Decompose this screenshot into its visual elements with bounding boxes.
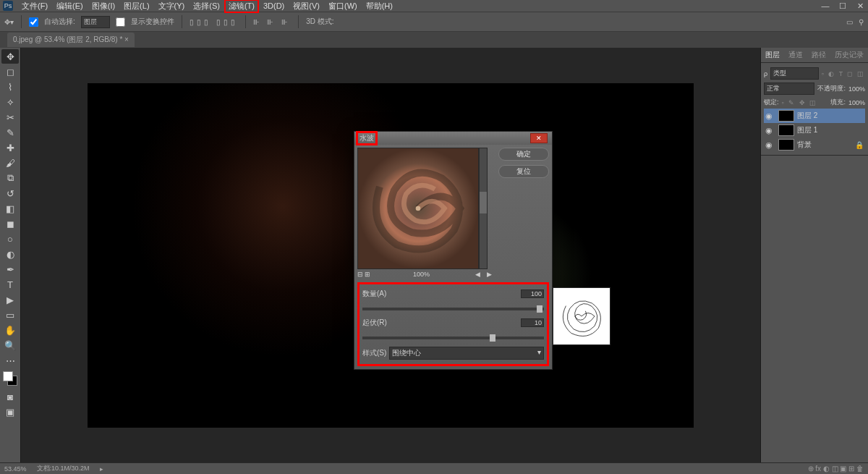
gradient-tool[interactable]: ◼ [1, 216, 19, 231]
window-maximize[interactable]: ☐ [838, 1, 848, 11]
screenmode-tool[interactable]: ▣ [1, 405, 19, 419]
layer-kind-filter[interactable]: 类型 [770, 67, 819, 80]
history-brush-tool[interactable]: ↺ [1, 186, 19, 200]
show-transform-checkbox[interactable] [116, 17, 125, 27]
tab-close-icon[interactable]: × [124, 35, 129, 43]
preview-right-icon[interactable]: ▶ [484, 271, 494, 278]
menu-layer[interactable]: 图层(L) [119, 0, 153, 12]
menu-3d[interactable]: 3D(D) [259, 1, 289, 11]
dialog-title: 水波 [356, 131, 378, 145]
layer-name[interactable]: 图层 1 [797, 125, 817, 135]
menu-help[interactable]: 帮助(H) [362, 0, 397, 12]
lock-icons[interactable]: ▫ ✎ ✥ ◫ [782, 99, 818, 106]
clone-tool[interactable]: ⧉ [1, 171, 19, 185]
distribute-icons[interactable]: ⊪ ⊪ ⊪ [253, 18, 292, 26]
ridge-value[interactable]: 10 [521, 318, 544, 327]
tab-history[interactable]: 历史记录 [830, 48, 868, 62]
auto-select-checkbox[interactable] [29, 17, 38, 27]
opacity-value[interactable]: 100% [848, 85, 865, 93]
shape-tool[interactable]: ▭ [1, 308, 19, 322]
zoom-tool[interactable]: 🔍 [1, 338, 19, 352]
menu-edit[interactable]: 编辑(E) [52, 0, 88, 12]
menu-file[interactable]: 文件(F) [17, 0, 52, 12]
menu-view[interactable]: 视图(V) [289, 0, 324, 12]
crop-tool[interactable]: ✂ [1, 110, 19, 124]
canvas-area[interactable]: 水波 ✕ [20, 48, 761, 462]
layer-row[interactable]: ◉ 背景 🔒 [764, 137, 865, 152]
zigzag-dialog: 水波 ✕ [354, 131, 553, 370]
quickmask-tool[interactable]: ◙ [1, 389, 19, 404]
move-tool[interactable]: ✥ [1, 49, 19, 64]
visibility-icon[interactable]: ◉ [765, 111, 775, 121]
layer-row[interactable]: ◉ 图层 2 [764, 109, 865, 123]
window-minimize[interactable]: — [820, 1, 830, 11]
hand-tool[interactable]: ✋ [1, 323, 19, 337]
preview-scrollbar-v[interactable] [479, 148, 488, 269]
preview-left-icon[interactable]: ◀ [472, 271, 482, 278]
layer-thumbnail[interactable] [778, 110, 794, 122]
brush-tool[interactable]: 🖌 [1, 156, 19, 170]
lasso-tool[interactable]: ⌇ [1, 80, 19, 94]
ridge-label: 起伏(R) [362, 318, 521, 328]
color-swatch[interactable] [3, 371, 17, 386]
status-doc[interactable]: 文档:10.1M/30.2M [37, 464, 90, 473]
menu-filter[interactable]: 滤镜(T) [224, 0, 259, 13]
zoom-out-icon[interactable]: ⊟ [357, 271, 363, 278]
layer-thumbnail[interactable] [778, 124, 794, 136]
3d-mode-label: 3D 模式: [306, 17, 333, 27]
auto-select-label: 自动选择: [44, 17, 75, 27]
chevron-down-icon: ▾ [537, 348, 541, 358]
layer-name[interactable]: 图层 2 [797, 111, 817, 121]
tab-layers[interactable]: 图层 [761, 48, 784, 62]
filter-icons[interactable]: ▫ ◐ T ◻ ◫ [822, 70, 865, 77]
layer-name[interactable]: 背景 [797, 140, 812, 150]
auto-select-target[interactable]: 图层 [81, 16, 110, 28]
svg-point-1 [416, 206, 421, 211]
amount-value[interactable]: 100 [521, 289, 544, 298]
marquee-tool[interactable]: ◻ [1, 64, 19, 79]
zoom-in-icon[interactable]: ⊞ [365, 271, 370, 278]
visibility-icon[interactable]: ◉ [765, 140, 775, 150]
eraser-tool[interactable]: ◧ [1, 201, 19, 216]
style-select[interactable]: 围绕中心▾ [389, 347, 544, 360]
layer-row[interactable]: ◉ 图层 1 [764, 123, 865, 137]
dialog-close-button[interactable]: ✕ [530, 133, 548, 143]
tab-paths[interactable]: 路径 [807, 48, 830, 62]
menu-image[interactable]: 图像(I) [88, 0, 119, 12]
quick-select-tool[interactable]: ⟡ [1, 95, 19, 109]
blur-tool[interactable]: ○ [1, 232, 19, 246]
options-bar: ✥▾ 自动选择: 图层 显示变换控件 ▯▯▯ ▯▯▯ ⊪ ⊪ ⊪ 3D 模式: … [0, 12, 868, 32]
visibility-icon[interactable]: ◉ [765, 126, 775, 135]
pattern-thumbnail [553, 287, 610, 345]
layer-thumbnail[interactable] [778, 139, 794, 151]
menu-bar: Ps 文件(F) 编辑(E) 图像(I) 图层(L) 文字(Y) 选择(S) 滤… [0, 0, 868, 12]
show-transform-label: 显示变换控件 [131, 17, 174, 27]
edit-toolbar[interactable]: ⋯ [1, 353, 19, 368]
layer-panel-footer-icons[interactable]: ⊕ fx ◐ ◫ ▣ ⊞ 🗑 [808, 465, 864, 473]
align-icons[interactable]: ▯▯▯ ▯▯▯ [190, 18, 238, 26]
healing-tool[interactable]: ✚ [1, 140, 19, 155]
tab-channels[interactable]: 通道 [784, 48, 807, 62]
amount-slider[interactable] [362, 308, 544, 310]
dialog-titlebar[interactable]: 水波 ✕ [354, 132, 552, 145]
panels: 图层 通道 路径 历史记录 ρ 类型 ▫ ◐ T ◻ ◫ 正常 不透明度: 10… [761, 48, 868, 462]
window-close[interactable]: ✕ [855, 1, 865, 11]
status-zoom[interactable]: 53.45% [4, 465, 27, 473]
document-tab[interactable]: 0.jpeg @ 53.4% (图层 2, RGB/8) * × [7, 33, 135, 47]
reset-button[interactable]: 复位 [498, 165, 549, 178]
fill-value[interactable]: 100% [848, 99, 865, 106]
search-icon[interactable]: ⚲ [859, 18, 864, 26]
menu-window[interactable]: 窗口(W) [324, 0, 362, 12]
ok-button[interactable]: 确定 [498, 148, 549, 161]
dialog-preview[interactable] [357, 148, 479, 269]
blend-mode-select[interactable]: 正常 [764, 82, 814, 95]
ridge-slider[interactable] [362, 337, 544, 339]
pen-tool[interactable]: ✒ [1, 262, 19, 276]
path-select-tool[interactable]: ▶ [1, 292, 19, 307]
workspace-icon[interactable]: ▭ [846, 18, 853, 26]
menu-type[interactable]: 文字(Y) [154, 0, 190, 12]
type-tool[interactable]: T [1, 277, 19, 292]
eyedropper-tool[interactable]: ✎ [1, 125, 19, 140]
dodge-tool[interactable]: ◐ [1, 247, 19, 261]
menu-select[interactable]: 选择(S) [189, 0, 224, 12]
